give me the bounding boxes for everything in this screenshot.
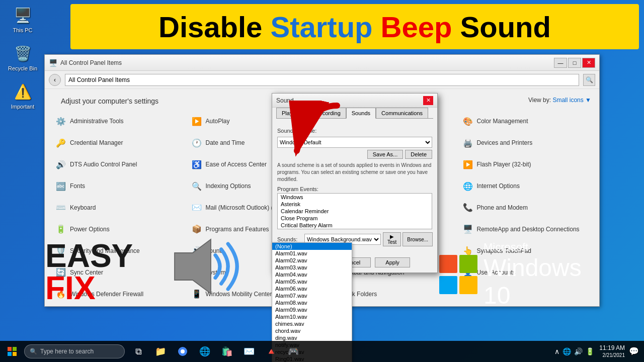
desktop-icon-this-pc[interactable]: 🖥️ This PC	[5, 5, 40, 33]
dropdown-item-alarm07[interactable]: Alarm07.wav	[272, 292, 352, 299]
minimize-button[interactable]: —	[554, 58, 567, 68]
chrome-taskbar[interactable]	[173, 341, 192, 362]
event-asterisk[interactable]: Asterisk	[278, 201, 432, 208]
view-mode[interactable]: Small icons	[552, 97, 583, 104]
save-as-button[interactable]: Save As...	[367, 150, 404, 159]
cp-item-devices-printers[interactable]: 🖨️ Devices and Printers	[460, 133, 592, 153]
svg-point-7	[181, 349, 185, 353]
dropdown-item-chimes[interactable]: chimes.wav	[272, 320, 352, 327]
delete-button[interactable]: Delete	[405, 150, 432, 159]
dropdown-item-alarm01[interactable]: Alarm01.wav	[272, 250, 352, 257]
win-logo-blue	[439, 276, 457, 294]
dropdown-item-alarm10[interactable]: Alarm10.wav	[272, 313, 352, 320]
tray-expand[interactable]: ∧	[554, 347, 559, 355]
ease-access-icon: ♿	[192, 159, 202, 169]
fonts-icon: 🔤	[56, 181, 66, 191]
close-button[interactable]: ✕	[582, 58, 595, 68]
dropdown-item-chord[interactable]: chord.wav	[272, 327, 352, 334]
svg-marker-1	[175, 239, 211, 294]
cp-item-color-mgmt[interactable]: 🎨 Color Management	[460, 111, 592, 132]
important-icon: ⚠️	[13, 81, 33, 102]
cp-item-flash-player[interactable]: ▶️ Flash Player (32-bit)	[460, 154, 592, 175]
clock[interactable]: 11:19 AM 2/21/2021	[599, 344, 625, 359]
dropdown-item-none[interactable]: (None)	[272, 243, 352, 250]
sound-dialog-titlebar: Sound ✕	[272, 94, 437, 108]
autoplay-icon: ▶️	[192, 116, 202, 126]
apply-button[interactable]: Apply	[375, 257, 410, 267]
keyboard-icon: ⌨️	[56, 203, 66, 213]
dropdown-item-alarm04[interactable]: Alarm04.wav	[272, 271, 352, 278]
task-view-button[interactable]: ⧉	[129, 341, 148, 362]
sound-dialog-close[interactable]: ✕	[423, 96, 433, 105]
edge-taskbar[interactable]: 🌐	[195, 341, 214, 362]
test-button[interactable]: ▶ Test	[383, 232, 401, 246]
cp-item-phone-modem[interactable]: 📞 Phone and Modem	[460, 198, 592, 218]
notification-center-button[interactable]: 💬	[629, 346, 639, 356]
cp-item-admin-tools[interactable]: ⚙️ Administrative Tools	[53, 111, 185, 132]
sound-scheme-select[interactable]: Windows Default	[277, 137, 432, 148]
address-bar[interactable]: All Control Panel Items	[65, 74, 579, 86]
events-list[interactable]: Windows Asterisk Calendar Reminder Close…	[277, 193, 432, 229]
cp-item-keyboard[interactable]: ⌨️ Keyboard	[53, 198, 185, 218]
cp-item-credential[interactable]: 🔑 Credential Manager	[53, 133, 185, 153]
dropdown-item-alarm02[interactable]: Alarm02.wav	[272, 257, 352, 264]
event-calendar[interactable]: Calendar Reminder	[278, 208, 432, 215]
cp-title-text: All Control Panel Items	[60, 59, 554, 66]
start-button[interactable]	[0, 341, 24, 362]
cp-item-fonts[interactable]: 🔤 Fonts	[53, 176, 185, 197]
cp-item-dts-audio[interactable]: 🔊 DTS Audio Control Panel	[53, 154, 185, 175]
desktop-icon-recycle-bin[interactable]: 🗑️ Recycle Bin	[5, 43, 40, 71]
svg-rect-3	[13, 347, 17, 351]
cp-toolbar: ‹ All Control Panel Items 🔍	[45, 71, 599, 89]
tab-sounds[interactable]: Sounds	[346, 108, 376, 119]
view-by: View by: Small icons ▼	[528, 97, 591, 104]
scheme-label: Sound Scheme:	[277, 128, 316, 134]
clock-time: 11:19 AM	[599, 344, 625, 352]
volume-icon[interactable]: 🔊	[574, 347, 583, 355]
maximize-button[interactable]: □	[568, 58, 581, 68]
sound-buttons: ▶ Test Browse...	[383, 232, 433, 246]
search-icon: 🔍	[30, 348, 37, 355]
mail-taskbar[interactable]: ✉️	[239, 341, 259, 362]
win-logo-yellow	[459, 276, 477, 294]
cp-subtitle: Adjust your computer's settings	[53, 92, 167, 108]
tab-communications[interactable]: Communications	[376, 108, 428, 118]
admin-tools-icon: ⚙️	[56, 116, 66, 126]
browse-button[interactable]: Browse...	[403, 232, 433, 246]
desktop-icons: 🖥️ This PC 🗑️ Recycle Bin ⚠️ Important	[5, 5, 40, 110]
event-close-program[interactable]: Close Program	[278, 215, 432, 222]
credential-icon: 🔑	[56, 138, 66, 148]
taskbar-pinned-icons: ⧉ 📁 🌐 🛍️ ✉️ 🔺 🎮	[129, 341, 303, 362]
search-placeholder-text: Type here to search	[40, 348, 94, 355]
dropdown-item-alarm05[interactable]: Alarm05.wav	[272, 278, 352, 285]
dropdown-item-alarm09[interactable]: Alarm09.wav	[272, 306, 352, 313]
taskbar-search[interactable]: 🔍 Type here to search	[24, 344, 125, 358]
dropdown-item-ding[interactable]: ding.wav	[272, 334, 352, 341]
dropdown-item-alarm03[interactable]: Alarm03.wav	[272, 264, 352, 271]
windows-logo-wrapper: Microsoft Windows 10	[435, 241, 596, 309]
back-button[interactable]: ‹	[49, 74, 61, 86]
vlc-taskbar[interactable]: 🔺	[262, 341, 281, 362]
cp-item-remoteapp[interactable]: 🖥️ RemoteApp and Desktop Connections	[460, 219, 592, 239]
phone-modem-icon: 📞	[463, 203, 473, 213]
cp-item-internet-options[interactable]: 🌐 Internet Options	[460, 176, 592, 197]
windows-logo-grid	[439, 255, 477, 295]
desktop-icon-important[interactable]: ⚠️ Important	[5, 81, 40, 110]
dropdown-item-alarm06[interactable]: Alarm06.wav	[272, 285, 352, 292]
battery-icon[interactable]: 🔋	[586, 347, 594, 355]
taskbar-right: ∧ 🌐 🔊 🔋 11:19 AM 2/21/2021 💬	[554, 344, 644, 359]
xbox-taskbar[interactable]: 🎮	[284, 341, 303, 362]
event-windows[interactable]: Windows	[278, 194, 432, 201]
search-button[interactable]: 🔍	[583, 74, 595, 86]
sounds-label: Sounds:	[277, 236, 302, 242]
event-critical-battery[interactable]: Critical Battery Alarm	[278, 222, 432, 229]
file-explorer-taskbar[interactable]: 📁	[151, 341, 170, 362]
tab-playback[interactable]: Playback	[276, 108, 310, 118]
store-taskbar[interactable]: 🛍️	[217, 341, 236, 362]
network-icon[interactable]: 🌐	[562, 347, 571, 355]
speaker-icon	[156, 226, 257, 307]
dropdown-item-alarm08[interactable]: Alarm08.wav	[272, 299, 352, 306]
tab-recording[interactable]: Recording	[310, 108, 346, 118]
event-critical-stop[interactable]: Critical Stop	[278, 229, 432, 229]
svg-rect-5	[13, 352, 17, 356]
